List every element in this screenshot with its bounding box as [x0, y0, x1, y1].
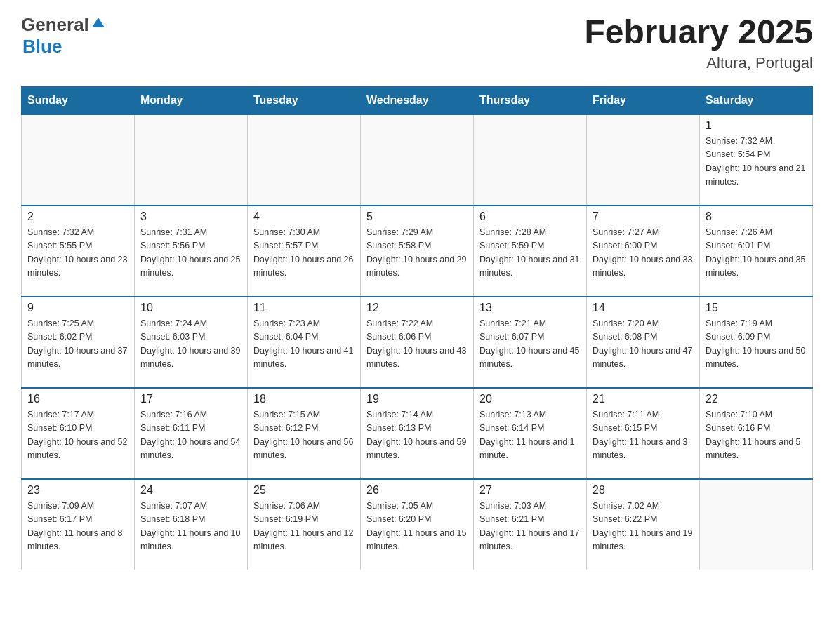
calendar-week-row: 1Sunrise: 7:32 AMSunset: 5:54 PMDaylight…	[22, 114, 813, 206]
day-info: Sunrise: 7:11 AMSunset: 6:15 PMDaylight:…	[593, 408, 694, 463]
calendar-weekday-friday: Friday	[587, 86, 700, 114]
page-header: General Blue February 2025 Altura, Portu…	[21, 14, 813, 72]
calendar-day-cell: 7Sunrise: 7:27 AMSunset: 6:00 PMDaylight…	[587, 206, 700, 297]
calendar-day-cell: 14Sunrise: 7:20 AMSunset: 6:08 PMDayligh…	[587, 297, 700, 388]
day-info: Sunrise: 7:19 AMSunset: 6:09 PMDaylight:…	[706, 317, 807, 372]
day-number: 18	[253, 393, 355, 405]
calendar-weekday-saturday: Saturday	[700, 86, 813, 114]
day-info: Sunrise: 7:14 AMSunset: 6:13 PMDaylight:…	[366, 408, 468, 463]
day-number: 16	[27, 393, 128, 405]
calendar-day-cell: 19Sunrise: 7:14 AMSunset: 6:13 PMDayligh…	[361, 388, 474, 479]
day-number: 5	[366, 210, 468, 223]
day-info: Sunrise: 7:29 AMSunset: 5:58 PMDaylight:…	[366, 226, 468, 281]
calendar-day-cell: 24Sunrise: 7:07 AMSunset: 6:18 PMDayligh…	[135, 479, 248, 570]
calendar-day-cell: 23Sunrise: 7:09 AMSunset: 6:17 PMDayligh…	[22, 479, 135, 570]
day-info: Sunrise: 7:07 AMSunset: 6:18 PMDaylight:…	[140, 499, 241, 554]
calendar-day-cell	[22, 114, 135, 206]
day-info: Sunrise: 7:13 AMSunset: 6:14 PMDaylight:…	[479, 408, 581, 463]
calendar-week-row: 23Sunrise: 7:09 AMSunset: 6:17 PMDayligh…	[22, 479, 813, 570]
day-number: 13	[479, 302, 581, 314]
day-info: Sunrise: 7:30 AMSunset: 5:57 PMDaylight:…	[253, 226, 355, 281]
day-info: Sunrise: 7:02 AMSunset: 6:22 PMDaylight:…	[593, 499, 694, 554]
day-info: Sunrise: 7:28 AMSunset: 5:59 PMDaylight:…	[479, 226, 581, 281]
day-number: 26	[366, 484, 468, 497]
day-number: 1	[706, 119, 807, 132]
day-info: Sunrise: 7:23 AMSunset: 6:04 PMDaylight:…	[253, 317, 355, 372]
calendar-day-cell: 15Sunrise: 7:19 AMSunset: 6:09 PMDayligh…	[700, 297, 813, 388]
day-number: 11	[253, 302, 355, 314]
calendar-day-cell: 5Sunrise: 7:29 AMSunset: 5:58 PMDaylight…	[361, 206, 474, 297]
calendar-title: February 2025	[584, 14, 813, 51]
day-info: Sunrise: 7:27 AMSunset: 6:00 PMDaylight:…	[593, 226, 694, 281]
calendar-weekday-tuesday: Tuesday	[248, 86, 361, 114]
calendar-day-cell: 28Sunrise: 7:02 AMSunset: 6:22 PMDayligh…	[587, 479, 700, 570]
day-info: Sunrise: 7:20 AMSunset: 6:08 PMDaylight:…	[593, 317, 694, 372]
day-info: Sunrise: 7:09 AMSunset: 6:17 PMDaylight:…	[27, 499, 128, 554]
calendar-day-cell: 8Sunrise: 7:26 AMSunset: 6:01 PMDaylight…	[700, 206, 813, 297]
calendar-day-cell	[587, 114, 700, 206]
calendar-week-row: 9Sunrise: 7:25 AMSunset: 6:02 PMDaylight…	[22, 297, 813, 388]
day-number: 28	[593, 484, 694, 497]
day-number: 25	[253, 484, 355, 497]
calendar-day-cell: 13Sunrise: 7:21 AMSunset: 6:07 PMDayligh…	[474, 297, 587, 388]
logo-general-text: General	[21, 14, 89, 36]
calendar-weekday-wednesday: Wednesday	[361, 86, 474, 114]
day-info: Sunrise: 7:06 AMSunset: 6:19 PMDaylight:…	[253, 499, 355, 554]
calendar-day-cell: 1Sunrise: 7:32 AMSunset: 5:54 PMDaylight…	[700, 114, 813, 206]
day-number: 2	[27, 210, 128, 223]
calendar-day-cell	[361, 114, 474, 206]
day-number: 22	[706, 393, 807, 405]
logo: General Blue	[21, 14, 106, 58]
calendar-week-row: 2Sunrise: 7:32 AMSunset: 5:55 PMDaylight…	[22, 206, 813, 297]
calendar-day-cell	[135, 114, 248, 206]
calendar-day-cell: 17Sunrise: 7:16 AMSunset: 6:11 PMDayligh…	[135, 388, 248, 479]
day-info: Sunrise: 7:24 AMSunset: 6:03 PMDaylight:…	[140, 317, 241, 372]
day-number: 8	[706, 210, 807, 223]
day-number: 23	[27, 484, 128, 497]
day-info: Sunrise: 7:32 AMSunset: 5:54 PMDaylight:…	[706, 135, 807, 189]
calendar-day-cell	[474, 114, 587, 206]
calendar-day-cell: 22Sunrise: 7:10 AMSunset: 6:16 PMDayligh…	[700, 388, 813, 479]
calendar-day-cell: 21Sunrise: 7:11 AMSunset: 6:15 PMDayligh…	[587, 388, 700, 479]
day-number: 21	[593, 393, 694, 405]
day-number: 17	[140, 393, 241, 405]
calendar-day-cell: 27Sunrise: 7:03 AMSunset: 6:21 PMDayligh…	[474, 479, 587, 570]
day-info: Sunrise: 7:22 AMSunset: 6:06 PMDaylight:…	[366, 317, 468, 372]
svg-marker-0	[92, 18, 105, 27]
day-number: 6	[479, 210, 581, 223]
calendar-week-row: 16Sunrise: 7:17 AMSunset: 6:10 PMDayligh…	[22, 388, 813, 479]
day-number: 20	[479, 393, 581, 405]
day-info: Sunrise: 7:25 AMSunset: 6:02 PMDaylight:…	[27, 317, 128, 372]
calendar-weekday-monday: Monday	[135, 86, 248, 114]
calendar-day-cell: 12Sunrise: 7:22 AMSunset: 6:06 PMDayligh…	[361, 297, 474, 388]
day-number: 7	[593, 210, 694, 223]
calendar-day-cell: 4Sunrise: 7:30 AMSunset: 5:57 PMDaylight…	[248, 206, 361, 297]
calendar-header-row: SundayMondayTuesdayWednesdayThursdayFrid…	[22, 86, 813, 114]
calendar-weekday-sunday: Sunday	[22, 86, 135, 114]
day-number: 24	[140, 484, 241, 497]
calendar-day-cell: 2Sunrise: 7:32 AMSunset: 5:55 PMDaylight…	[22, 206, 135, 297]
title-block: February 2025 Altura, Portugal	[584, 14, 813, 72]
calendar-day-cell: 16Sunrise: 7:17 AMSunset: 6:10 PMDayligh…	[22, 388, 135, 479]
calendar-table: SundayMondayTuesdayWednesdayThursdayFrid…	[21, 86, 813, 571]
calendar-subtitle: Altura, Portugal	[584, 54, 813, 72]
day-number: 14	[593, 302, 694, 314]
calendar-day-cell: 26Sunrise: 7:05 AMSunset: 6:20 PMDayligh…	[361, 479, 474, 570]
logo-triangle-icon	[91, 16, 106, 29]
day-info: Sunrise: 7:17 AMSunset: 6:10 PMDaylight:…	[27, 408, 128, 463]
calendar-day-cell: 6Sunrise: 7:28 AMSunset: 5:59 PMDaylight…	[474, 206, 587, 297]
day-number: 10	[140, 302, 241, 314]
day-info: Sunrise: 7:32 AMSunset: 5:55 PMDaylight:…	[27, 226, 128, 281]
calendar-weekday-thursday: Thursday	[474, 86, 587, 114]
day-info: Sunrise: 7:21 AMSunset: 6:07 PMDaylight:…	[479, 317, 581, 372]
calendar-day-cell: 18Sunrise: 7:15 AMSunset: 6:12 PMDayligh…	[248, 388, 361, 479]
calendar-day-cell: 10Sunrise: 7:24 AMSunset: 6:03 PMDayligh…	[135, 297, 248, 388]
day-number: 12	[366, 302, 468, 314]
calendar-day-cell	[700, 479, 813, 570]
day-info: Sunrise: 7:05 AMSunset: 6:20 PMDaylight:…	[366, 499, 468, 554]
calendar-day-cell: 25Sunrise: 7:06 AMSunset: 6:19 PMDayligh…	[248, 479, 361, 570]
day-number: 4	[253, 210, 355, 223]
logo-blue-text: Blue	[22, 36, 62, 57]
calendar-day-cell	[248, 114, 361, 206]
day-number: 19	[366, 393, 468, 405]
